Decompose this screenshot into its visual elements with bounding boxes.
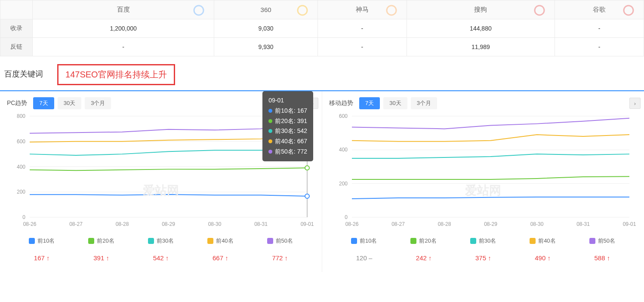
table-cell[interactable]: - (317, 19, 407, 38)
legend-item[interactable]: 前40名 (207, 237, 233, 245)
pc-tab-7d[interactable]: 7天 (33, 97, 54, 109)
row-label: 收录 (0, 19, 33, 38)
pc-chart-column: PC趋势 7天 30天 3个月 › 09-01前10名: 167前20名: 39… (0, 91, 322, 272)
engine-icon (296, 4, 309, 17)
engine-header[interactable]: 搜狗 (407, 0, 555, 19)
table-cell[interactable]: - (555, 38, 644, 56)
svg-text:08-27: 08-27 (69, 221, 83, 227)
legend-item[interactable]: 前10名 (29, 237, 55, 245)
svg-text:08-26: 08-26 (23, 221, 37, 227)
svg-text:08-30: 08-30 (208, 221, 222, 227)
legend-item[interactable]: 前50名 (267, 237, 293, 245)
engine-header[interactable]: 百度 (33, 0, 214, 19)
mb-tab-7d[interactable]: 7天 (359, 97, 380, 109)
chart-tooltip: 09-01前10名: 167前20名: 391前30名: 542前40名: 66… (262, 91, 313, 161)
pc-tab-3m[interactable]: 3个月 (85, 97, 111, 109)
svg-point-1 (298, 6, 307, 15)
svg-text:600: 600 (339, 113, 348, 119)
engine-icon (622, 4, 635, 17)
table-cell[interactable]: 144,880 (407, 19, 555, 38)
stat-value: 772 ↑ (272, 254, 288, 262)
svg-point-23 (305, 194, 309, 198)
engines-table: 百度360神马搜狗谷歌 收录1,200,0009,030-144,880-反链-… (0, 0, 644, 56)
mb-stats-row: 120 –242 ↑375 ↑490 ↑588 ↑ (326, 248, 641, 268)
engine-icon (385, 4, 398, 17)
svg-point-24 (305, 166, 309, 170)
table-cell[interactable]: 11,989 (407, 38, 555, 56)
table-cell[interactable]: 9,030 (214, 19, 318, 38)
pc-tab-30d[interactable]: 30天 (58, 97, 81, 109)
engine-header[interactable]: 神马 (317, 0, 407, 19)
row-label: 反链 (0, 38, 33, 56)
stat-value: 588 ↑ (594, 254, 610, 262)
section-title: 百度关键词 147SEO官网排名持续上升 (0, 56, 644, 90)
svg-text:600: 600 (17, 139, 25, 145)
pc-chart-title: PC趋势 (7, 99, 27, 107)
svg-text:200: 200 (17, 189, 25, 195)
svg-text:400: 400 (339, 147, 348, 153)
stat-value: 242 ↑ (416, 254, 432, 262)
stat-value: 667 ↑ (213, 254, 228, 262)
engine-icon (192, 4, 205, 17)
legend-item[interactable]: 前10名 (351, 237, 377, 245)
svg-text:0: 0 (345, 214, 348, 220)
pc-legend: 前10名前20名前30名前40名前50名 (3, 234, 318, 248)
stat-value: 120 – (356, 254, 373, 262)
mb-tab-3m[interactable]: 3个月 (411, 97, 437, 109)
table-cell[interactable]: - (555, 19, 644, 38)
svg-text:200: 200 (339, 181, 348, 187)
table-cell[interactable]: 1,200,000 (33, 19, 214, 38)
svg-text:800: 800 (17, 113, 25, 119)
legend-item[interactable]: 前30名 (148, 237, 174, 245)
svg-text:08-26: 08-26 (345, 221, 359, 227)
svg-point-4 (624, 6, 633, 15)
svg-text:09-01: 09-01 (301, 221, 314, 227)
mb-tab-30d[interactable]: 30天 (383, 97, 407, 109)
svg-text:08-29: 08-29 (162, 221, 175, 227)
svg-text:08-29: 08-29 (484, 221, 497, 227)
mb-line-chart: 020040060008-2608-2708-2808-2908-3008-31… (326, 112, 641, 232)
pc-stats-row: 167 ↑391 ↑542 ↑667 ↑772 ↑ (3, 248, 318, 268)
table-cell[interactable]: 9,930 (214, 38, 318, 56)
blank-header (0, 0, 33, 19)
stat-value: 375 ↑ (475, 254, 491, 262)
table-cell[interactable]: - (317, 38, 407, 56)
engine-icon (533, 4, 546, 17)
charts-row: PC趋势 7天 30天 3个月 › 09-01前10名: 167前20名: 39… (0, 90, 644, 272)
engine-header[interactable]: 360 (214, 0, 318, 19)
svg-text:08-31: 08-31 (254, 221, 268, 227)
stat-value: 167 ↑ (34, 254, 50, 262)
svg-text:08-28: 08-28 (116, 221, 129, 227)
svg-text:0: 0 (22, 214, 25, 220)
legend-item[interactable]: 前30名 (470, 237, 496, 245)
svg-text:08-28: 08-28 (438, 221, 451, 227)
engine-header[interactable]: 谷歌 (555, 0, 644, 19)
mb-chart-title: 移动趋势 (329, 99, 353, 107)
stat-value: 490 ↑ (535, 254, 551, 262)
legend-item[interactable]: 前50名 (589, 237, 615, 245)
svg-text:08-31: 08-31 (576, 221, 590, 227)
section-title-text: 百度关键词 (4, 70, 43, 78)
svg-text:08-27: 08-27 (391, 221, 405, 227)
svg-point-2 (387, 6, 396, 15)
legend-item[interactable]: 前20名 (88, 237, 114, 245)
svg-text:08-30: 08-30 (530, 221, 544, 227)
stat-value: 542 ↑ (153, 254, 169, 262)
highlight-banner: 147SEO官网排名持续上升 (57, 64, 175, 85)
svg-point-3 (535, 6, 544, 15)
svg-text:09-01: 09-01 (623, 221, 636, 227)
legend-item[interactable]: 前20名 (410, 237, 436, 245)
mb-legend: 前10名前20名前30名前40名前50名 (326, 234, 641, 248)
svg-text:400: 400 (17, 164, 25, 170)
table-cell[interactable]: - (33, 38, 214, 56)
mb-controls: 移动趋势 7天 30天 3个月 › (326, 97, 641, 109)
mobile-chart-column: 移动趋势 7天 30天 3个月 › 爱站网 020040060008-2608-… (322, 91, 644, 272)
legend-item[interactable]: 前40名 (530, 237, 555, 245)
stat-value: 391 ↑ (93, 254, 109, 262)
mb-next-icon[interactable]: › (629, 98, 641, 109)
svg-point-0 (194, 6, 203, 15)
